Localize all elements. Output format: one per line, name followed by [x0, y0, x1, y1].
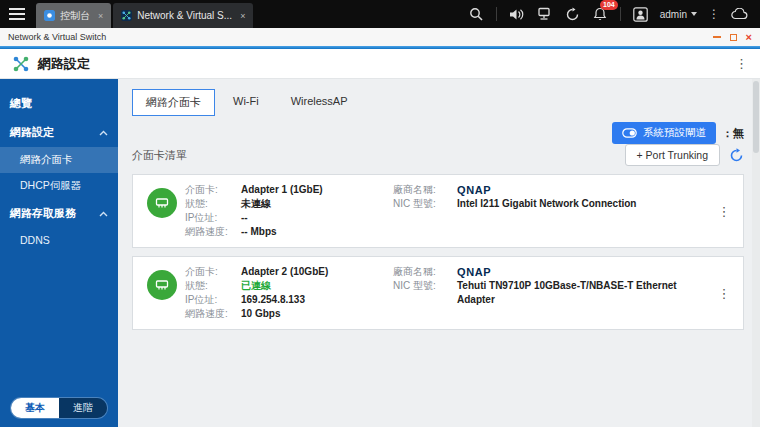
sidebar-item-dhcp-server[interactable]: DHCP伺服器 — [0, 173, 118, 199]
hamburger-icon — [9, 8, 25, 20]
app-header: 網路設定 ⋮ — [0, 49, 760, 79]
topbar-more-button[interactable]: ⋮ — [708, 7, 720, 21]
field-label: 介面卡: — [185, 183, 241, 197]
main-menu-button[interactable] — [0, 0, 34, 28]
field-label: NIC 型號: — [393, 279, 457, 293]
gateway-value: ：無 — [722, 126, 744, 141]
restore-icon — [730, 34, 737, 41]
adapter-list-title: 介面卡清單 — [132, 148, 187, 163]
divider — [496, 7, 497, 21]
taskbar-tab-control-panel[interactable]: 控制台 × — [36, 3, 111, 28]
basic-mode-button[interactable]: 基本 — [11, 398, 59, 418]
minimize-icon — [713, 36, 721, 38]
adapter-status-icon — [147, 188, 177, 218]
main-area: 總覽 網路設定 網路介面卡 DHCP伺服器 網路存取服務 DDN — [0, 79, 760, 427]
control-panel-icon — [44, 10, 55, 21]
external-device-button[interactable] — [536, 6, 553, 23]
advanced-mode-button[interactable]: 進階 — [59, 398, 107, 418]
user-icon — [633, 7, 648, 22]
tab-wifi[interactable]: Wi-Fi — [219, 89, 273, 116]
page-title: 網路設定 — [38, 55, 90, 73]
close-tab-icon[interactable]: × — [240, 11, 245, 21]
notifications-button[interactable]: 104 — [592, 6, 609, 23]
cloud-dashboard-icon — [731, 8, 748, 20]
field-label: IP位址: — [185, 211, 241, 225]
system-default-gateway-button[interactable]: 系統預設閘道 — [612, 122, 716, 144]
chevron-down-icon — [691, 12, 697, 16]
minimize-button[interactable] — [713, 32, 721, 42]
app-more-button[interactable]: ⋮ — [735, 56, 748, 71]
content-tabs: 網路介面卡 Wi-Fi WirelessAP — [132, 89, 744, 116]
sidebar-item-label: 網路設定 — [10, 125, 54, 140]
adapter-speed: 10 Gbps — [241, 307, 393, 321]
field-label: 廠商名稱: — [393, 183, 457, 197]
scrollbar-thumb[interactable] — [753, 81, 759, 153]
topbar-left: 控制台 × Network & Virtual S... × — [0, 0, 253, 28]
tab-label: 控制台 — [60, 9, 90, 23]
list-header-row: 介面卡清單 + Port Trunking — [132, 144, 744, 166]
volume-button[interactable] — [508, 6, 525, 23]
divider — [620, 7, 621, 21]
adapter-status: 未連線 — [241, 197, 393, 211]
field-label: NIC 型號: — [393, 197, 457, 211]
mode-toggle: 基本 進階 — [11, 398, 107, 418]
adapter-icon-wrap — [139, 183, 185, 218]
sidebar-item-label: DHCP伺服器 — [20, 179, 81, 191]
window-titlebar: Network & Virtual Switch × — [0, 28, 760, 46]
network-settings-app-icon — [12, 55, 30, 73]
background-tasks-button[interactable] — [564, 6, 581, 23]
port-trunking-button[interactable]: + Port Trunking — [625, 144, 721, 166]
sidebar-group-network-settings[interactable]: 網路設定 — [0, 118, 118, 147]
field-label: IP位址: — [185, 293, 241, 307]
toggle-icon — [622, 128, 637, 138]
nic-model: Tehuti TN9710P 10GBase-T/NBASE-T Etherne… — [457, 279, 711, 307]
tab-wireless-ap[interactable]: WirelessAP — [277, 89, 362, 116]
volume-icon — [509, 8, 524, 21]
adapter-name: Adapter 2 (10GbE) — [241, 265, 393, 279]
sidebar-item-ddns[interactable]: DDNS — [0, 228, 118, 252]
adapter-status: 已連線 — [241, 279, 393, 293]
sidebar-item-overview[interactable]: 總覽 — [0, 89, 118, 118]
vendor-field-labels: 廠商名稱: NIC 型號: — [393, 183, 457, 211]
search-button[interactable] — [468, 6, 485, 23]
sidebar-footer: 基本 進階 — [0, 398, 118, 418]
user-profile-button[interactable] — [632, 6, 649, 23]
adapter-speed: -- Mbps — [241, 225, 393, 239]
restore-button[interactable] — [730, 32, 737, 42]
adapter-status-icon — [147, 270, 177, 300]
network-switch-icon — [121, 10, 132, 21]
sidebar-item-label: 網路存取服務 — [10, 206, 76, 221]
notification-badge: 104 — [600, 0, 618, 10]
field-label: 狀態: — [185, 197, 241, 211]
content-panel: 網路介面卡 Wi-Fi WirelessAP 系統預設閘道 ：無 介面卡清單 +… — [118, 79, 760, 427]
field-label: 廠商名稱: — [393, 265, 457, 279]
adapter-icon-wrap — [139, 265, 185, 300]
adapter-field-labels: 介面卡: 狀態: IP位址: 網路速度: — [185, 183, 241, 239]
taskbar-tab-network-virtual-switch[interactable]: Network & Virtual S... × — [113, 3, 253, 28]
adapter-menu-button[interactable]: ⋮ — [711, 286, 737, 301]
field-label: 狀態: — [185, 279, 241, 293]
sidebar-group-network-access[interactable]: 網路存取服務 — [0, 199, 118, 228]
sidebar-item-network-interface[interactable]: 網路介面卡 — [0, 147, 118, 173]
topbar-right: 104 admin ⋮ — [468, 0, 760, 28]
admin-menu[interactable]: admin — [660, 9, 697, 20]
vendor-field-values: QNAP Intel I211 Gigabit Network Connecti… — [457, 183, 711, 211]
gateway-button-label: 系統預設閘道 — [643, 126, 706, 140]
topbar: 控制台 × Network & Virtual S... × — [0, 0, 760, 28]
sidebar-item-label: DDNS — [20, 234, 50, 246]
dashboard-button[interactable] — [731, 6, 748, 23]
adapter-name: Adapter 1 (1GbE) — [241, 183, 393, 197]
nic-model: Intel I211 Gigabit Network Connection — [457, 197, 711, 211]
adapter-menu-button[interactable]: ⋮ — [711, 204, 737, 219]
adapter-field-values: Adapter 2 (10GbE) 已連線 169.254.8.133 10 G… — [241, 265, 393, 321]
sidebar: 總覽 網路設定 網路介面卡 DHCP伺服器 網路存取服務 DDN — [0, 79, 118, 427]
vendor-field-values: QNAP Tehuti TN9710P 10GBase-T/NBASE-T Et… — [457, 265, 711, 307]
close-window-button[interactable]: × — [746, 32, 752, 42]
chevron-up-icon — [99, 211, 108, 217]
tab-network-interface[interactable]: 網路介面卡 — [132, 89, 215, 116]
refresh-button[interactable] — [729, 148, 744, 163]
admin-label: admin — [660, 9, 687, 20]
close-tab-icon[interactable]: × — [98, 11, 103, 21]
sidebar-item-label: 總覽 — [10, 96, 32, 111]
scrollbar[interactable] — [752, 79, 760, 427]
